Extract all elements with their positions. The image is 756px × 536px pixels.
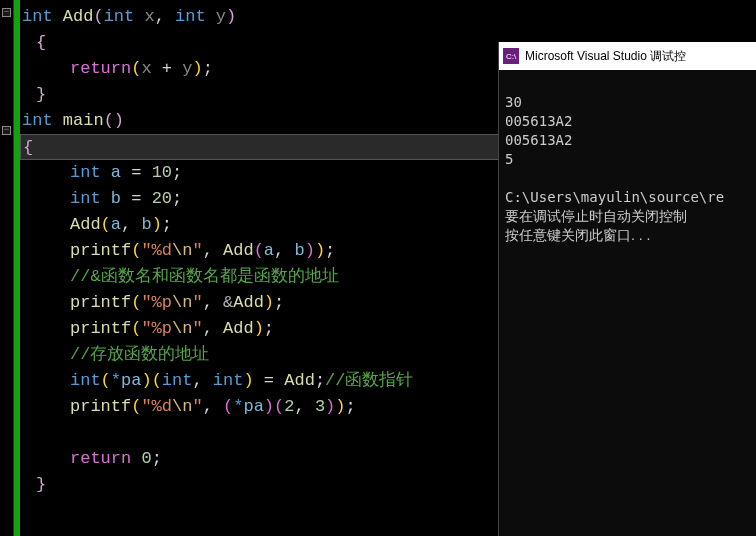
operator: *: [111, 371, 121, 390]
debug-console-window[interactable]: C:\ Microsoft Visual Studio 调试控 30 00561…: [498, 42, 756, 536]
console-line: 5: [505, 151, 513, 167]
escape: \n: [172, 293, 192, 312]
identifier: a: [111, 215, 121, 234]
keyword: int: [213, 371, 244, 390]
semicolon: ;: [345, 397, 355, 416]
brace: }: [36, 475, 46, 494]
param: x: [144, 7, 154, 26]
keyword: int: [70, 163, 101, 182]
function-name: printf: [70, 319, 131, 338]
brace: {: [36, 33, 46, 52]
function-name: Add: [63, 7, 94, 26]
fold-toggle[interactable]: −: [2, 8, 11, 17]
function-name: printf: [70, 293, 131, 312]
string: "%d: [141, 241, 172, 260]
keyword: int: [104, 7, 135, 26]
paren: (): [104, 111, 124, 130]
code-line[interactable]: int Add(int x, int y): [22, 4, 754, 30]
comment: //存放函数的地址: [70, 345, 209, 364]
operator: =: [254, 371, 285, 390]
console-line: 005613A2: [505, 132, 572, 148]
number: 20: [152, 189, 172, 208]
brace: }: [36, 85, 46, 104]
semicolon: ;: [152, 449, 162, 468]
identifier: Add: [233, 293, 264, 312]
console-line: 005613A2: [505, 113, 572, 129]
identifier: b: [111, 189, 121, 208]
semicolon: ;: [172, 163, 182, 182]
identifier: b: [294, 241, 304, 260]
param: y: [216, 7, 226, 26]
keyword: return: [70, 449, 131, 468]
console-output[interactable]: 30 005613A2 005613A2 5 C:\Users\mayulin\…: [499, 70, 756, 268]
string: ": [192, 293, 202, 312]
identifier: Add: [223, 319, 254, 338]
identifier: x: [141, 59, 151, 78]
string: ": [192, 241, 202, 260]
identifier: a: [111, 163, 121, 182]
console-line: 要在调试停止时自动关闭控制: [505, 208, 687, 224]
function-name: Add: [223, 241, 254, 260]
operator: =: [121, 189, 152, 208]
keyword: int: [22, 111, 53, 130]
keyword: int: [70, 189, 101, 208]
string: ": [192, 319, 202, 338]
console-line: C:\Users\mayulin\source\re: [505, 189, 724, 205]
keyword: int: [70, 371, 101, 390]
semicolon: ;: [274, 293, 284, 312]
vs-icon: C:\: [503, 48, 519, 64]
number: 0: [141, 449, 151, 468]
semicolon: ;: [203, 59, 213, 78]
identifier: a: [264, 241, 274, 260]
escape: \n: [172, 241, 192, 260]
paren: ): [192, 59, 202, 78]
comment: //&函数名和函数名都是函数的地址: [70, 267, 339, 286]
console-line: 30: [505, 94, 522, 110]
function-name: Add: [70, 215, 101, 234]
fold-toggle[interactable]: −: [2, 126, 11, 135]
keyword: return: [70, 59, 131, 78]
operator: *: [233, 397, 243, 416]
fold-gutter: − −: [0, 0, 14, 536]
keyword: int: [22, 7, 53, 26]
string: ": [192, 397, 202, 416]
escape: \n: [172, 319, 192, 338]
keyword: int: [162, 371, 193, 390]
identifier: pa: [243, 397, 263, 416]
console-line: 按任意键关闭此窗口. . .: [505, 227, 650, 243]
brace: {: [23, 138, 33, 157]
number: 2: [284, 397, 294, 416]
semicolon: ;: [315, 371, 325, 390]
operator: =: [121, 163, 152, 182]
function-name: main: [63, 111, 104, 130]
console-title: Microsoft Visual Studio 调试控: [525, 48, 686, 65]
semicolon: ;: [325, 241, 335, 260]
function-name: printf: [70, 397, 131, 416]
comment: //函数指针: [325, 371, 413, 390]
escape: \n: [172, 397, 192, 416]
semicolon: ;: [172, 189, 182, 208]
identifier: pa: [121, 371, 141, 390]
function-name: Add: [284, 371, 315, 390]
operator: &: [223, 293, 233, 312]
console-titlebar[interactable]: C:\ Microsoft Visual Studio 调试控: [499, 42, 756, 70]
semicolon: ;: [162, 215, 172, 234]
keyword: int: [175, 7, 206, 26]
semicolon: ;: [264, 319, 274, 338]
string: "%p: [141, 319, 172, 338]
function-name: printf: [70, 241, 131, 260]
paren: (: [131, 59, 141, 78]
string: "%p: [141, 293, 172, 312]
number: 3: [315, 397, 325, 416]
identifier: y: [182, 59, 192, 78]
identifier: b: [141, 215, 151, 234]
operator: +: [152, 59, 183, 78]
string: "%d: [141, 397, 172, 416]
number: 10: [152, 163, 172, 182]
